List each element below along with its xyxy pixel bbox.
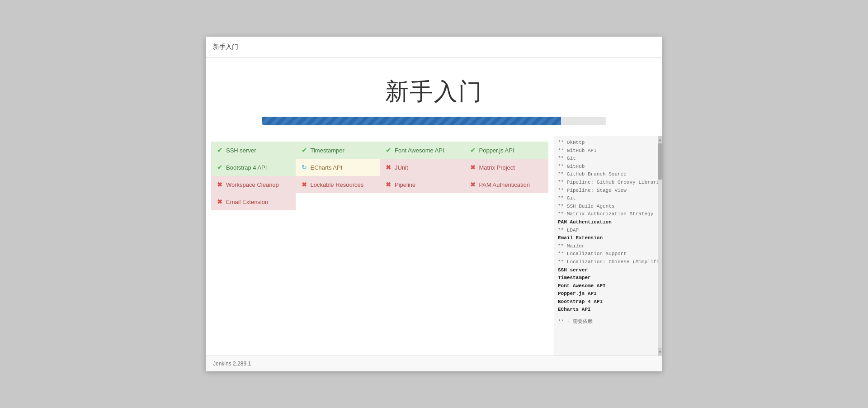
log-line: ** GitHub [558, 163, 659, 171]
plugin-cell: ✔Bootstrap 4 API [211, 159, 296, 176]
plugin-cell: ✔Timestamper [296, 142, 380, 159]
log-line: Bootstrap 4 API [558, 298, 659, 306]
log-line: ** LDAP [558, 227, 659, 235]
plugin-status-icon: ✖ [302, 181, 307, 188]
plugin-cell: ✖PAM Authentication [464, 176, 549, 193]
plugin-cell: ✖JUnit [380, 159, 464, 176]
plugin-status-icon: ✖ [386, 164, 391, 171]
x-icon: ✖ [217, 181, 222, 188]
plugin-status-icon: ✖ [470, 164, 476, 171]
log-line: ** OkHttp [558, 139, 659, 147]
plugins-grid: ✔SSH server✔Timestamper✔Font Awesome API… [206, 136, 554, 356]
plugin-cell: ↻ECharts API [296, 159, 380, 176]
log-line: Email Extension [558, 234, 659, 242]
x-icon: ✖ [386, 164, 391, 171]
plugin-cell: ✔Popper.js API [464, 142, 549, 159]
log-line: ** Matrix Authorization Strategy [558, 210, 659, 218]
log-line: ECharts API [558, 306, 659, 314]
log-line: ** Localization: Chinese (Simplified) [558, 258, 659, 266]
log-line: Timestamper [558, 274, 659, 282]
log-content[interactable]: ** OkHttp** GitHub API** Git** GitHub** … [554, 136, 662, 356]
hero-section: 新手入门 [206, 58, 662, 136]
plugin-cell: ✖Workspace Cleanup [211, 176, 296, 193]
scrollbar-thumb[interactable] [658, 143, 662, 180]
check-icon: ✔ [386, 147, 391, 154]
log-line: SSH server [558, 266, 659, 275]
x-icon: ✖ [386, 181, 391, 188]
log-line: Popper.js API [558, 290, 659, 298]
plugin-name: PAM Authentication [479, 181, 530, 188]
plugin-status-icon: ✔ [217, 147, 222, 154]
spinner-icon: ↻ [302, 164, 307, 171]
x-icon: ✖ [470, 164, 476, 171]
log-line: ** Mailer [558, 242, 659, 251]
plugin-name: Font Awesome API [395, 147, 444, 154]
plugin-name: Pipeline [395, 181, 415, 188]
check-icon: ✔ [217, 164, 222, 171]
plugin-status-icon: ✖ [217, 198, 222, 205]
log-line: ** Localization Support [558, 250, 659, 258]
plugin-cell: ✖Matrix Project [464, 159, 549, 176]
x-icon: ✖ [302, 181, 307, 188]
page-title: 新手入门 [385, 76, 483, 108]
version-label: Jenkins 2.289.1 [213, 361, 251, 367]
log-line: ** Git [558, 155, 659, 163]
progress-bar-container [262, 117, 606, 125]
plugin-status-icon: ✖ [217, 181, 222, 188]
plugin-cell: ✖Email Extension [211, 193, 296, 210]
plugin-cell: ✖Lockable Resources [296, 176, 380, 193]
plugin-name: JUnit [395, 164, 408, 171]
plugin-name: SSH server [226, 147, 256, 154]
plugin-name: Popper.js API [479, 147, 514, 154]
plugin-name: Workspace Cleanup [226, 181, 279, 188]
plugin-cell: ✔Font Awesome API [380, 142, 464, 159]
log-line: PAM Authentication [558, 218, 659, 227]
log-footer-note: ** - 需要依赖 [558, 316, 659, 326]
plugin-name: Matrix Project [479, 164, 515, 171]
x-icon: ✖ [217, 198, 222, 205]
log-line: Font Awesome API [558, 282, 659, 290]
check-icon: ✔ [302, 147, 307, 154]
plugin-name: Timestamper [311, 147, 344, 154]
window-body: 新手入门 ✔SSH server✔Timestamper✔Font Awesom… [206, 58, 662, 356]
check-icon: ✔ [470, 147, 476, 154]
titlebar: 新手入门 [206, 37, 662, 58]
log-line: ** GitHub API [558, 147, 659, 155]
plugin-status-icon: ✔ [302, 147, 307, 154]
plugin-cell: ✔SSH server [211, 142, 296, 159]
main-window: 新手入门 新手入门 ✔SSH server✔Timestamper✔Font A… [206, 37, 662, 371]
plugin-name: ECharts API [311, 164, 343, 171]
footer: Jenkins 2.289.1 [206, 356, 662, 371]
plugin-status-icon: ✔ [386, 147, 391, 154]
log-line: ** SSH Build Agents [558, 203, 659, 211]
log-line: ** GitHub Branch Source [558, 171, 659, 179]
progress-bar-fill [262, 117, 561, 125]
log-scrollbar[interactable]: ▲ ▼ [658, 136, 662, 356]
log-line: ** Git [558, 195, 659, 203]
plugin-cell: ✖Pipeline [380, 176, 464, 193]
x-icon: ✖ [470, 181, 476, 188]
plugin-status-icon: ✖ [470, 181, 476, 188]
plugin-status-icon: ✔ [470, 147, 476, 154]
check-icon: ✔ [217, 147, 222, 154]
plugin-status-icon: ✖ [386, 181, 391, 188]
content-area: ✔SSH server✔Timestamper✔Font Awesome API… [206, 136, 662, 356]
plugin-status-icon: ✔ [217, 164, 222, 171]
titlebar-text: 新手入门 [213, 43, 238, 50]
log-panel: ** OkHttp** GitHub API** Git** GitHub** … [554, 136, 662, 356]
scroll-up-button[interactable]: ▲ [658, 136, 662, 143]
log-line: ** Pipeline: Stage View [558, 187, 659, 195]
plugin-name: Bootstrap 4 API [226, 164, 267, 171]
plugin-name: Lockable Resources [311, 181, 364, 188]
scroll-down-button[interactable]: ▼ [658, 348, 662, 356]
plugin-status-icon: ↻ [302, 164, 307, 171]
plugin-name: Email Extension [226, 199, 268, 205]
log-line: ** Pipeline: GitHub Groovy Libraries [558, 179, 659, 187]
